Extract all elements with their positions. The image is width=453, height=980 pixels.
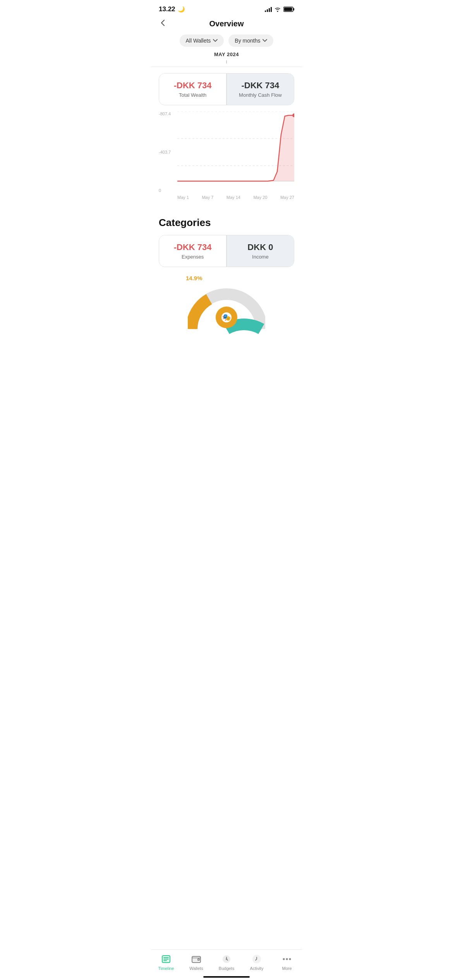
back-button[interactable] [159, 19, 167, 29]
x-label-3: May 14 [226, 195, 240, 204]
month-indicator [226, 60, 227, 63]
y-label-bottom: 0 [159, 188, 171, 193]
x-label-1: May 1 [177, 195, 189, 204]
page-title: Overview [209, 19, 244, 28]
signal-icon [265, 7, 272, 12]
cash-flow-amount: -DKK 734 [233, 81, 288, 91]
donut-percent-label: 14.9% [186, 275, 202, 281]
total-wealth-label: Total Wealth [165, 92, 220, 98]
income-amount: DKK 0 [233, 242, 288, 252]
cash-flow-label: Monthly Cash Flow [233, 92, 288, 98]
period-filter-label: By months [235, 38, 260, 44]
chevron-down-icon [263, 39, 267, 42]
month-label: MAY 2024 [151, 51, 302, 59]
status-bar: 13.22 🌙 [151, 0, 302, 15]
page-header: Overview [151, 15, 302, 34]
filter-row: All Wallets By months [151, 34, 302, 51]
y-label-top: -807.4 [159, 111, 171, 116]
svg-text:🎭: 🎭 [222, 313, 231, 322]
battery-icon [283, 7, 294, 12]
categories-cards: -DKK 734 Expenses DKK 0 Income [159, 235, 294, 267]
chart-svg-area [177, 111, 294, 193]
categories-title: Categories [151, 214, 302, 235]
summary-cards: -DKK 734 Total Wealth -DKK 734 Monthly C… [159, 73, 294, 105]
wallets-filter-label: All Wallets [186, 38, 211, 44]
expenses-card[interactable]: -DKK 734 Expenses [159, 235, 226, 267]
wallets-filter[interactable]: All Wallets [180, 34, 224, 47]
expenses-amount: -DKK 734 [165, 242, 220, 252]
x-label-4: May 20 [253, 195, 267, 204]
cash-flow-chart: -807.4 -403.7 0 May 1 May 7 May 14 [159, 111, 294, 204]
income-card[interactable]: DKK 0 Income [227, 235, 294, 267]
y-label-mid: -403.7 [159, 150, 171, 154]
moon-icon: 🌙 [178, 6, 185, 13]
income-label: Income [233, 254, 288, 260]
total-wealth-amount: -DKK 734 [165, 81, 220, 91]
chevron-down-icon [213, 39, 218, 42]
status-icons [265, 7, 294, 12]
donut-chart: 🎭 [188, 275, 265, 337]
svg-rect-1 [293, 8, 295, 10]
x-label-5: May 27 [280, 195, 294, 204]
header-divider [151, 67, 302, 67]
chart-x-axis: May 1 May 7 May 14 May 20 May 27 [177, 195, 294, 204]
x-label-2: May 7 [202, 195, 213, 204]
cash-flow-card[interactable]: -DKK 734 Monthly Cash Flow [227, 74, 294, 105]
donut-chart-area: 14.9% 🎭 [151, 275, 302, 337]
expenses-label: Expenses [165, 254, 220, 260]
svg-rect-2 [284, 8, 292, 11]
period-filter[interactable]: By months [228, 34, 273, 47]
total-wealth-card[interactable]: -DKK 734 Total Wealth [159, 74, 226, 105]
status-time: 13.22 [159, 5, 175, 13]
chart-y-axis: -807.4 -403.7 0 [159, 111, 171, 193]
wifi-icon [274, 7, 281, 12]
